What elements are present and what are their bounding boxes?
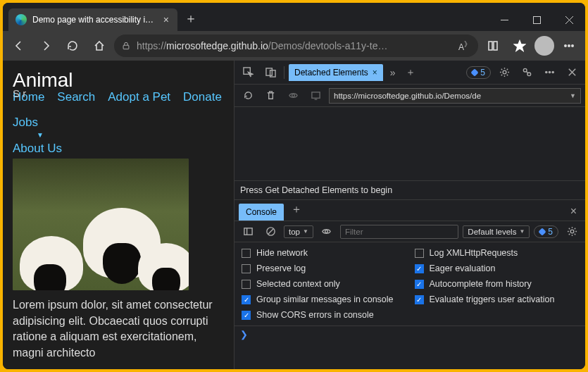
live-expression-icon[interactable] [318,223,336,241]
back-button[interactable] [7,34,31,58]
setting-eval-trigger[interactable]: ✓Evaluate triggers user activation [415,294,555,304]
console-settings-icon[interactable] [563,223,581,241]
clear-console-icon[interactable] [261,223,280,241]
close-drawer-icon[interactable]: × [566,202,581,221]
svg-point-10 [503,70,506,74]
forward-button[interactable] [34,34,58,58]
svg-point-20 [325,230,328,233]
minimize-button[interactable] [488,8,520,31]
setting-show-cors[interactable]: ✓Show CORS errors in console [242,310,394,320]
lock-icon [121,41,131,51]
detached-message: Press Get Detached Elements to begin [234,180,585,200]
close-tab-icon[interactable]: × [162,14,170,25]
maximize-button[interactable] [520,8,553,31]
svg-point-12 [527,73,530,76]
favorite-icon[interactable] [508,34,532,58]
svg-point-16 [292,94,294,97]
more-menu-icon[interactable] [557,34,581,58]
drawer-tabbar: Console ＋ × [234,200,585,221]
body-paragraph: Lorem ipsum dolor, sit amet consectetur … [13,297,224,361]
nav-donate[interactable]: Donate [183,90,222,104]
svg-point-11 [523,68,527,72]
trash-icon[interactable] [261,87,280,105]
svg-point-4 [565,45,566,46]
device-toggle-icon[interactable] [261,63,280,82]
nav-jobs[interactable]: Jobs [13,116,38,130]
issues-icon [539,228,546,235]
window-controls [488,8,585,31]
address-bar[interactable]: https://microsoftedge.github.io/Demos/de… [114,35,478,57]
sidebar-toggle-icon[interactable] [239,223,257,241]
svg-point-5 [568,45,570,46]
tab-title: Demo page with accessibility iss… [32,15,156,25]
svg-point-14 [549,71,550,73]
svg-point-21 [570,230,574,233]
setting-autocomplete[interactable]: ✓Autocomplete from history [415,279,555,289]
browser-tab[interactable]: Demo page with accessibility iss… × [8,8,177,31]
console-settings: Hide network Preserve log Selected conte… [234,242,585,326]
dropdown-arrow-icon: ▼ [37,131,224,139]
issues-badge[interactable]: 5 [466,66,491,79]
nav-adopt[interactable]: Adopt a Pet [108,90,170,104]
chevron-down-icon: ▼ [303,228,308,235]
setting-preserve-log[interactable]: Preserve log [242,264,394,273]
chevron-down-icon: ▼ [519,228,525,235]
tab-console[interactable]: Console [239,204,284,221]
issues-icon [471,68,479,76]
svg-rect-17 [311,92,319,98]
detached-toolbar: https://microsoftedge.github.io/Demos/de… [234,85,585,107]
detached-body [234,107,585,180]
tab-detached-elements[interactable]: Detached Elements × [289,64,383,81]
devtools-panel: Detached Elements × » ＋ 5 [234,61,585,369]
issues-badge-2[interactable]: 5 [534,225,558,238]
detach-icon[interactable] [306,87,325,105]
svg-rect-0 [533,16,540,23]
svg-point-15 [552,71,553,73]
svg-rect-18 [244,228,251,235]
console-prompt[interactable]: ❯ [234,326,585,342]
browser-toolbar: https://microsoftedge.github.io/Demos/de… [3,31,585,61]
setting-log-xhr[interactable]: Log XMLHttpRequests [415,248,555,258]
settings-icon[interactable] [495,63,513,82]
setting-group-similar[interactable]: ✓Group similar messages in console [242,294,394,304]
home-button[interactable] [87,34,111,58]
add-tab-icon[interactable]: ＋ [403,66,418,79]
edge-logo-icon [15,14,27,25]
reader-icon[interactable]: A》 [458,39,471,52]
console-toolbar: top ▼ Default levels ▼ 5 [234,221,585,242]
more-tabs-icon[interactable]: » [387,67,399,78]
more-menu-icon[interactable] [540,63,558,82]
log-levels-selector[interactable]: Default levels ▼ [463,225,530,238]
refresh-detached-icon[interactable] [239,87,257,105]
inspect-icon[interactable] [239,63,257,82]
collections-icon[interactable] [481,34,505,58]
svg-rect-8 [265,68,271,75]
page-subline: S r [13,87,26,99]
svg-rect-2 [489,42,492,50]
nav-about[interactable]: About Us [13,142,62,156]
browser-window: Demo page with accessibility iss… × ＋ ht… [3,3,585,369]
add-drawer-tab-icon[interactable]: ＋ [285,199,308,221]
close-tab-icon[interactable]: × [373,68,377,78]
close-window-button[interactable] [553,8,585,31]
devtools-tabbar: Detached Elements × » ＋ 5 [234,61,585,85]
content-area: Animal S r Home Search Adopt a Pet Donat… [3,61,585,369]
close-devtools-icon[interactable] [563,63,581,82]
profile-avatar[interactable] [534,36,554,56]
svg-point-6 [572,45,573,46]
site-nav: Home Search Adopt a Pet Donate Jobs [13,90,224,130]
setting-eager-eval[interactable]: ✓Eager evaluation [415,264,555,273]
refresh-button[interactable] [61,34,85,58]
setting-hide-network[interactable]: Hide network [242,248,394,258]
setting-selected-context[interactable]: Selected context only [242,279,394,289]
chevron-down-icon: ▼ [570,92,576,99]
activity-icon[interactable] [518,63,536,82]
web-page: Animal S r Home Search Adopt a Pet Donat… [3,61,234,369]
titlebar: Demo page with accessibility iss… × ＋ [3,3,585,31]
frame-selector[interactable]: https://microsoftedge.github.io/Demos/de… [329,88,581,104]
filter-input[interactable] [340,225,458,239]
eye-icon[interactable] [284,87,302,105]
nav-search[interactable]: Search [57,90,95,104]
context-selector[interactable]: top ▼ [284,225,313,238]
new-tab-button[interactable]: ＋ [177,6,204,31]
